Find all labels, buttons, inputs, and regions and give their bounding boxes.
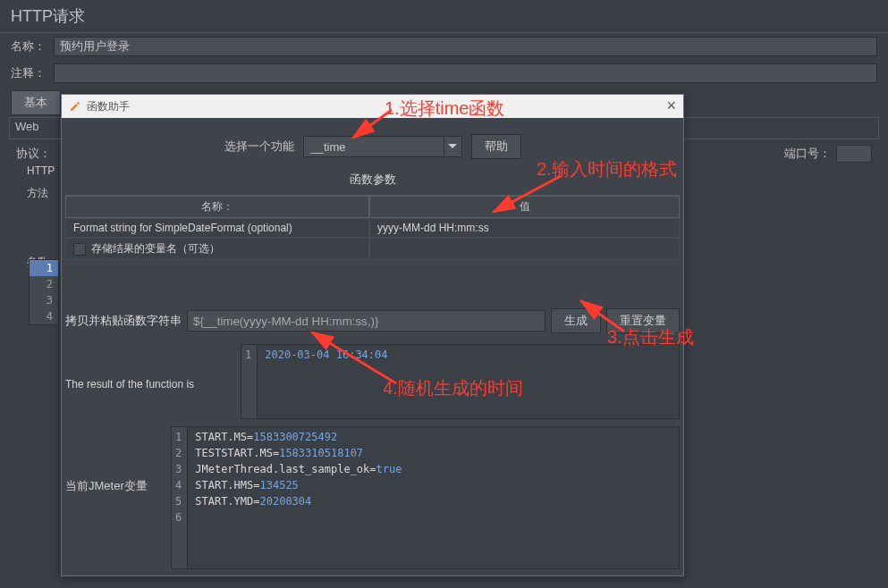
http-label: HTTP xyxy=(27,164,55,177)
param-row-name: 存储结果的变量名（可选） xyxy=(65,238,369,260)
method-label: 方法 xyxy=(27,186,55,201)
protocol-label: 协议： xyxy=(16,146,51,162)
result-value: 2020-03-04 16:34:04 xyxy=(265,349,387,361)
result-label: The result of the function is xyxy=(65,344,233,391)
result-box: 1 2020-03-04 16:34:04 xyxy=(241,344,680,419)
generate-button[interactable]: 生成 xyxy=(551,308,601,333)
function-string-input[interactable] xyxy=(187,310,545,332)
checkbox-icon[interactable] xyxy=(73,243,86,256)
comment-label: 注释： xyxy=(11,65,47,81)
close-icon[interactable]: × xyxy=(666,97,676,115)
dialog-titlebar[interactable]: 函数助手 × xyxy=(62,95,683,118)
name-input[interactable] xyxy=(54,37,877,56)
port-input[interactable] xyxy=(836,145,872,163)
comment-input[interactable] xyxy=(54,63,877,83)
param-row-name: Format string for SimpleDateFormat (opti… xyxy=(65,218,369,238)
function-helper-dialog: 函数助手 × 选择一个功能 __time 帮助 函数参数 名称： 值 Forma… xyxy=(61,94,684,576)
tab-basic[interactable]: 基本 xyxy=(11,90,61,115)
port-label: 端口号： xyxy=(784,146,831,162)
name-label: 名称： xyxy=(11,38,47,55)
col-name-header: 名称： xyxy=(65,196,369,218)
pencil-icon xyxy=(69,100,81,113)
param-row-value[interactable] xyxy=(369,238,680,260)
function-select-value: __time xyxy=(304,138,444,156)
editor-gutter: 1234 xyxy=(29,259,59,325)
chevron-down-icon[interactable] xyxy=(444,137,461,156)
col-value-header: 值 xyxy=(369,196,680,218)
panel-title: HTTP请求 xyxy=(0,0,888,33)
reset-button[interactable]: 重置变量 xyxy=(606,308,680,333)
function-select[interactable]: __time xyxy=(303,136,462,157)
param-row-value[interactable]: yyyy-MM-dd HH:mm:ss xyxy=(369,218,680,238)
params-table: 名称： 值 Format string for SimpleDateFormat… xyxy=(65,195,680,260)
dialog-title-text: 函数助手 xyxy=(87,99,130,114)
help-button[interactable]: 帮助 xyxy=(471,134,521,159)
params-header: 函数参数 xyxy=(62,166,683,195)
select-function-label: 选择一个功能 xyxy=(224,139,294,155)
vars-box: 123456 START.MS=1583300725492TESTSTART.M… xyxy=(171,426,680,569)
paste-label: 拷贝并粘贴函数字符串 xyxy=(65,313,182,329)
vars-label: 当前JMeter变量 xyxy=(65,426,164,494)
